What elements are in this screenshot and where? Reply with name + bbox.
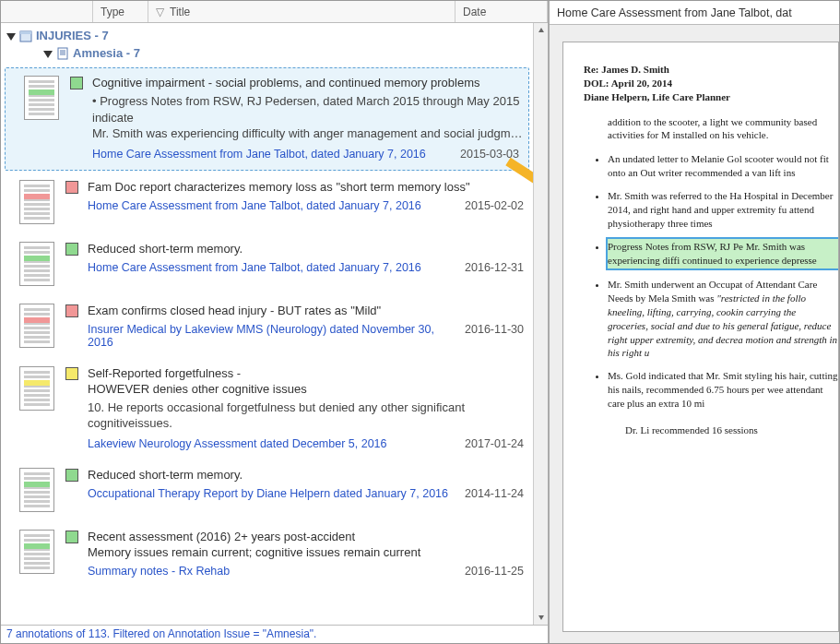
item-source-link[interactable]: Home Care Assessment from Jane Talbot, d… [88, 199, 421, 212]
item-source-link[interactable]: Home Care Assessment from Jane Talbot, d… [92, 148, 426, 161]
list-item[interactable]: Exam confirms closed head injury - BUT r… [1, 296, 533, 359]
item-title: Exam confirms closed head injury - BUT r… [88, 304, 527, 317]
item-body: Cognitive impairment - social problems, … [92, 76, 523, 161]
tree-node-injuries[interactable]: INJURIES - 7 [6, 27, 527, 44]
caret-down-icon [6, 31, 16, 41]
item-source-link[interactable]: Summary notes - Rx Rehab [88, 565, 230, 578]
item-body: Reduced short-term memory.Home Care Asse… [88, 242, 527, 286]
item-footer: Insurer Medical by Lakeview MMS (Neurolo… [88, 323, 527, 349]
item-footer: Home Care Assessment from Jane Talbot, d… [88, 261, 527, 274]
item-source-link[interactable]: Insurer Medical by Lakeview MMS (Neurolo… [88, 323, 450, 349]
item-footer: Home Care Assessment from Jane Talbot, d… [92, 148, 523, 161]
item-title: Fam Doc report characterizes memory loss… [88, 180, 527, 194]
scroll-up-icon[interactable] [534, 23, 548, 38]
doc-from: Diane Helpern, Life Care Planner [584, 90, 838, 104]
breadcrumb[interactable]: Home Care Assessment from Jane Talbot, d… [550, 1, 839, 25]
status-bar: 7 annotations of 113. Filtered on Annota… [1, 625, 548, 643]
doc-header: Re: James D. Smith DOL: April 20, 2014 D… [584, 63, 838, 104]
folder-icon [19, 30, 32, 42]
page-thumbnail[interactable] [19, 468, 54, 512]
page-thumbnail[interactable] [24, 76, 59, 120]
highlighted-passage[interactable]: Progress Notes from RSW, RJ Pe Mr. Smith… [608, 239, 838, 268]
annotation-list-pane: Type ▽ Title Date [1, 1, 549, 643]
item-date: 2014-11-24 [465, 487, 524, 500]
doc-bullet-list: An undated letter to Melanie Gol scooter… [584, 152, 838, 411]
column-title[interactable]: ▽ Title [148, 1, 455, 22]
list-item[interactable]: Fam Doc report characterizes memory loss… [1, 173, 533, 234]
tree-node-amnesia-label: Amnesia - 7 [73, 46, 140, 60]
page-thumbnail[interactable] [19, 304, 54, 348]
svg-marker-9 [538, 28, 544, 32]
document-page: Re: James D. Smith DOL: April 20, 2014 D… [562, 42, 839, 632]
item-body: Fam Doc report characterizes memory loss… [88, 180, 527, 224]
svg-marker-0 [6, 33, 16, 41]
doc-bullet: Mr. Smith underwent an Occupat of Attend… [608, 278, 838, 360]
column-blank[interactable] [1, 1, 93, 22]
item-footer: Occupational Therapy Report by Diane Hel… [88, 487, 527, 500]
svg-rect-2 [20, 31, 31, 34]
app-root: Type ▽ Title Date [0, 0, 840, 644]
issue-tag-icon [65, 243, 78, 256]
doc-bullet: Progress Notes from RSW, RJ Pe Mr. Smith… [608, 239, 838, 268]
item-snippet: 10. He reports occasional forgetfulness … [88, 400, 527, 432]
item-title-line2: Memory issues remain current; cognitive … [88, 545, 527, 559]
column-date[interactable]: Date [455, 1, 548, 22]
doc-paragraph: Dr. Li recommended 16 sessions [625, 423, 838, 437]
document-preview-pane: Home Care Assessment from Jane Talbot, d… [549, 1, 839, 643]
item-date: 2016-11-25 [465, 565, 524, 578]
issue-tag-icon [65, 531, 78, 543]
list-scroll-region: INJURIES - 7 Amnesia - 7 [1, 23, 533, 625]
item-footer: Summary notes - Rx Rehab2016-11-25 [88, 565, 527, 578]
document-icon [56, 47, 69, 60]
list-item[interactable]: Recent assessment (2016) 2+ years post-a… [1, 522, 533, 588]
item-date: 2015-03-03 [460, 148, 519, 161]
issue-tag-icon [65, 304, 78, 317]
item-body: Reduced short-term memory.Occupational T… [88, 468, 527, 512]
doc-bullet: An undated letter to Melanie Gol scooter… [608, 152, 838, 180]
item-body: Self-Reported forgetfulness -HOWEVER den… [88, 366, 527, 450]
svg-rect-4 [58, 48, 67, 59]
item-source-link[interactable]: Lakeview Neurology Assessment dated Dece… [88, 437, 387, 450]
issue-tag-icon [65, 367, 78, 380]
item-body: Exam confirms closed head injury - BUT r… [88, 304, 527, 349]
page-thumbnail[interactable] [19, 530, 54, 574]
tree-node-amnesia[interactable]: Amnesia - 7 [43, 44, 527, 62]
issue-tag-icon [65, 469, 78, 482]
list-item[interactable]: Reduced short-term memory.Occupational T… [1, 460, 533, 522]
item-footer: Lakeview Neurology Assessment dated Dece… [88, 437, 527, 450]
page-thumbnail[interactable] [19, 242, 54, 286]
column-headers: Type ▽ Title Date [1, 1, 548, 23]
doc-bullet: Ms. Gold indicated that Mr. Smit styling… [608, 369, 838, 411]
item-source-link[interactable]: Occupational Therapy Report by Diane Hel… [88, 487, 448, 500]
list-item[interactable]: Self-Reported forgetfulness -HOWEVER den… [1, 359, 533, 460]
list-item[interactable]: Cognitive impairment - social problems, … [5, 67, 529, 171]
tree-node-injuries-label: INJURIES - 7 [36, 29, 109, 42]
vertical-scrollbar[interactable] [533, 23, 548, 625]
item-source-link[interactable]: Home Care Assessment from Jane Talbot, d… [88, 261, 421, 274]
doc-dol: DOL: April 20, 2014 [584, 77, 838, 90]
svg-marker-3 [43, 51, 53, 58]
item-snippet: Mr. Smith was experiencing difficulty wi… [92, 125, 523, 142]
doc-re: Re: James D. Smith [584, 63, 838, 77]
doc-bullet: Mr. Smith was referred to the Ha Hospita… [608, 189, 838, 231]
item-title-line2: HOWEVER denies other cognitive issues [88, 382, 527, 396]
item-title: Cognitive impairment - social problems, … [92, 76, 523, 89]
page-thumbnail[interactable] [19, 180, 54, 224]
caret-down-icon [43, 49, 53, 58]
item-title: Recent assessment (2016) 2+ years post-a… [88, 530, 527, 543]
svg-marker-10 [538, 615, 544, 620]
item-snippet: • Progress Notes from RSW, RJ Pedersen, … [92, 93, 523, 125]
item-date: 2016-12-31 [465, 261, 524, 274]
item-footer: Home Care Assessment from Jane Talbot, d… [88, 199, 527, 212]
item-date: 2017-01-24 [465, 437, 524, 450]
column-title-label: Title [170, 6, 190, 18]
sort-indicator-icon: ▽ [156, 6, 164, 18]
item-body: Recent assessment (2016) 2+ years post-a… [88, 530, 527, 578]
column-type[interactable]: Type [93, 1, 148, 22]
page-thumbnail[interactable] [19, 366, 54, 411]
issue-tag-icon [65, 181, 78, 194]
scroll-down-icon[interactable] [534, 610, 548, 625]
list-item[interactable]: Reduced short-term memory.Home Care Asse… [1, 234, 533, 296]
doc-paragraph: addition to the scooter, a light we comm… [608, 115, 838, 143]
document-viewport[interactable]: Re: James D. Smith DOL: April 20, 2014 D… [550, 25, 839, 643]
